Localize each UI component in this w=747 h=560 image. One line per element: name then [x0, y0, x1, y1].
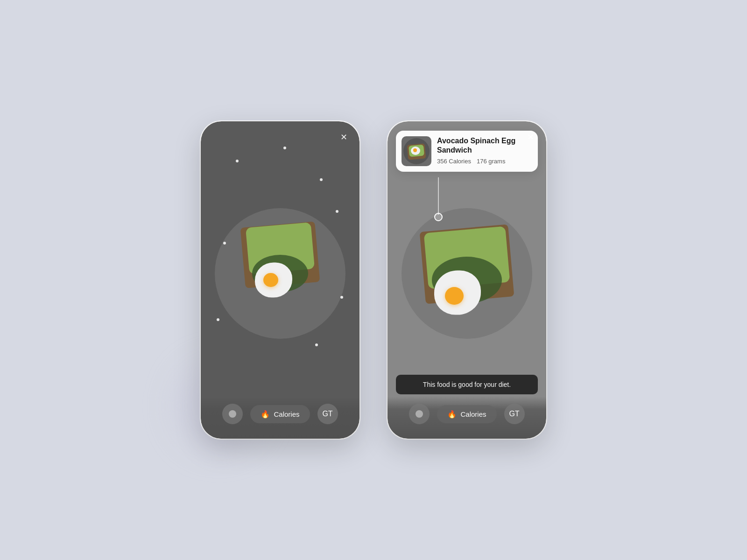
close-button-left[interactable]: ✕ [337, 131, 350, 144]
calories-label-right: Calories [460, 410, 486, 418]
calories-button-left[interactable]: 🔥 Calories [250, 405, 310, 423]
info-card-content: Avocado Spinach Egg Sandwich 356 Calorie… [437, 136, 532, 165]
scan-dot-7 [340, 296, 343, 299]
translate-icon-left: GT [322, 410, 332, 418]
egg-yolk-right [445, 287, 464, 305]
circle-button-left[interactable] [222, 404, 243, 424]
right-phone-wrapper: ✕ Avocado Spinach Egg Sandwich 356 Cal [388, 121, 546, 439]
left-phone: ✕ 🔥 Calories GT [201, 121, 359, 439]
scan-dot-2 [283, 147, 286, 149]
food-details: 356 Calories 176 grams [437, 158, 532, 165]
circle-icon-right [416, 410, 423, 418]
left-phone-wrapper: ✕ 🔥 Calories GT [201, 121, 359, 439]
food-title: Avocado Spinach Egg Sandwich [437, 136, 532, 155]
diet-message-text: This food is good for your diet. [423, 381, 511, 388]
calories-label-left: Calories [274, 410, 299, 418]
bottom-toolbar-left: 🔥 Calories GT [201, 397, 359, 439]
info-card-thumbnail [402, 136, 431, 166]
diet-message: This food is good for your diet. [396, 375, 538, 394]
right-phone: ✕ Avocado Spinach Egg Sandwich 356 Cal [388, 121, 546, 439]
bottom-toolbar-right: 🔥 Calories GT [388, 397, 546, 439]
translate-button-left[interactable]: GT [317, 404, 338, 424]
flame-icon-left: 🔥 [261, 410, 270, 419]
scan-dot-3 [320, 178, 323, 181]
scan-dot-6 [315, 343, 318, 346]
calorie-count: 356 Calories [437, 158, 471, 165]
pointer-dot [434, 213, 443, 221]
thumb-egg-yolk [413, 148, 417, 152]
scan-dot-8 [336, 210, 338, 213]
egg-yolk-left [263, 273, 278, 287]
circle-button-right[interactable] [409, 404, 430, 424]
food-background-left [201, 121, 359, 439]
calories-button-right[interactable]: 🔥 Calories [437, 405, 496, 423]
pointer-line [438, 177, 439, 215]
translate-button-right[interactable]: GT [504, 404, 525, 424]
flame-icon-right: 🔥 [447, 410, 457, 419]
translate-icon-right: GT [509, 410, 519, 418]
scan-dot-1 [236, 160, 239, 162]
gram-count: 176 grams [477, 158, 505, 165]
info-card: Avocado Spinach Egg Sandwich 356 Calorie… [396, 131, 538, 172]
circle-icon [229, 410, 236, 418]
scan-dot-5 [217, 318, 219, 321]
